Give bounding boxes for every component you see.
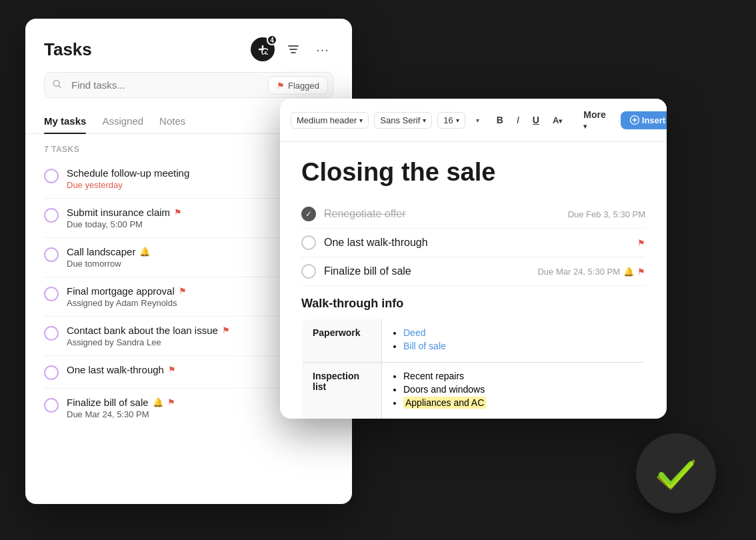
- flag-icon-5: ⚑: [222, 325, 230, 335]
- doc-task-checkbox-2[interactable]: [301, 235, 316, 250]
- doc-panel: Medium header ▾ Sans Serif ▾ 16 ▾ ▾ B I …: [280, 99, 667, 419]
- bill-of-sale-link[interactable]: Bill of sale: [403, 341, 446, 351]
- info-table: Paperwork Deed Bill of sale Inspection l…: [301, 319, 645, 419]
- flag-icon-2: ⚑: [174, 207, 182, 217]
- task-checkbox-3[interactable]: [44, 247, 59, 262]
- doc-task-name-2: One last walk-through: [324, 237, 629, 249]
- task-checkbox-6[interactable]: [44, 365, 59, 380]
- doc-task-icons-3: Due Mar 24, 5:30 PM 🔔 ⚑: [537, 267, 645, 277]
- flag-icon-doc-3: ⚑: [637, 267, 645, 277]
- bell-icon-3: 🔔: [139, 247, 150, 257]
- flag-icon-7: ⚑: [167, 397, 175, 407]
- more-button[interactable]: More ▾: [579, 107, 609, 133]
- task-checkbox-5[interactable]: [44, 326, 59, 341]
- insert-button[interactable]: Insert ▾: [621, 111, 667, 129]
- bell-icon-doc-3: 🔔: [623, 267, 634, 277]
- chevron-down-icon: ▾: [456, 117, 459, 124]
- flag-icon-6: ⚑: [168, 365, 176, 375]
- flag-icon: ⚑: [277, 80, 285, 90]
- tasks-title: Tasks: [44, 39, 92, 60]
- inspection-item-3-text: Appliances and AC: [403, 397, 486, 409]
- checkmark-icon: [652, 449, 700, 497]
- add-icon: 4: [257, 44, 268, 55]
- table-cell-inspection-header: Inspection list: [302, 363, 382, 419]
- doc-task-item-2: One last walk-through ⚑: [301, 229, 645, 257]
- doc-task-item-1: ✓ Renegotiate offer Due Feb 3, 5:30 PM: [301, 200, 645, 229]
- deed-link[interactable]: Deed: [403, 327, 425, 338]
- filter-button[interactable]: [283, 39, 304, 60]
- doc-task-checkbox-1[interactable]: ✓: [301, 207, 316, 221]
- inspection-item-1: Recent repairs: [403, 371, 634, 381]
- tasks-header: Tasks 4 4 ···: [25, 19, 352, 72]
- size-dropdown[interactable]: 16 ▾: [437, 112, 465, 129]
- task-checkbox-1[interactable]: [44, 169, 59, 183]
- doc-task-name-3: Finalize bill of sale: [324, 265, 529, 277]
- chevron-down-icon: ▾: [423, 117, 426, 124]
- text-size-button[interactable]: A▾: [549, 113, 566, 128]
- section-header: Walk-through info: [301, 297, 645, 311]
- chevron-down-icon: ▾: [359, 117, 363, 124]
- bell-icon-7: 🔔: [153, 397, 163, 407]
- doc-task-item-3: Finalize bill of sale Due Mar 24, 5:30 P…: [301, 257, 645, 286]
- header-actions: 4 4 ···: [251, 37, 333, 61]
- task-checkbox-2[interactable]: [44, 208, 59, 223]
- add-task-button[interactable]: 4 4: [251, 37, 275, 61]
- tab-notes[interactable]: Notes: [159, 109, 185, 133]
- header-type-dropdown[interactable]: Medium header ▾: [291, 112, 369, 129]
- tab-my-tasks[interactable]: My tasks: [44, 109, 86, 133]
- task-checkbox-4[interactable]: [44, 287, 59, 301]
- table-cell-paperwork-header: Paperwork: [302, 319, 382, 363]
- checkmark-badge: [636, 433, 716, 513]
- bold-button[interactable]: B: [493, 112, 507, 128]
- underline-button[interactable]: U: [529, 112, 543, 128]
- table-cell-inspection-content: Recent repairs Doors and windows Applian…: [382, 363, 645, 419]
- doc-task-checkbox-3[interactable]: [301, 264, 316, 279]
- search-bar: ⚑ Flagged: [44, 72, 333, 98]
- plus-icon: [630, 115, 639, 125]
- doc-content: Closing the sale ✓ Renegotiate offer Due…: [280, 142, 667, 419]
- flag-icon-doc-2: ⚑: [637, 238, 645, 248]
- table-row: Inspection list Recent repairs Doors and…: [302, 363, 645, 419]
- chevron-down-icon-color: ▾: [476, 117, 479, 124]
- flag-icon-4: ⚑: [179, 286, 187, 296]
- tab-assigned[interactable]: Assigned: [102, 109, 143, 133]
- inspection-item-3: Appliances and AC: [403, 397, 634, 408]
- doc-task-due-1: Due Feb 3, 5:30 PM: [568, 209, 645, 219]
- doc-task-due-3: Due Mar 24, 5:30 PM: [537, 267, 620, 277]
- italic-button[interactable]: I: [513, 112, 523, 128]
- task-checkbox-7[interactable]: [44, 398, 59, 413]
- font-dropdown[interactable]: Sans Serif ▾: [374, 112, 432, 129]
- doc-task-name-1: Renegotiate offer: [324, 208, 560, 220]
- add-task-badge: 4: [267, 35, 277, 45]
- doc-toolbar: Medium header ▾ Sans Serif ▾ 16 ▾ ▾ B I …: [280, 99, 667, 142]
- doc-task-icons-2: ⚑: [637, 238, 645, 248]
- inspection-item-2: Doors and windows: [403, 384, 634, 395]
- filter-icon: [287, 43, 300, 56]
- doc-title: Closing the sale: [301, 158, 645, 187]
- svg-text:4: 4: [264, 50, 267, 55]
- table-cell-paperwork-content: Deed Bill of sale: [382, 319, 645, 363]
- flagged-button[interactable]: ⚑ Flagged: [268, 76, 328, 94]
- search-icon: [52, 79, 63, 91]
- more-button[interactable]: ···: [312, 39, 333, 60]
- table-row: Paperwork Deed Bill of sale: [302, 319, 645, 363]
